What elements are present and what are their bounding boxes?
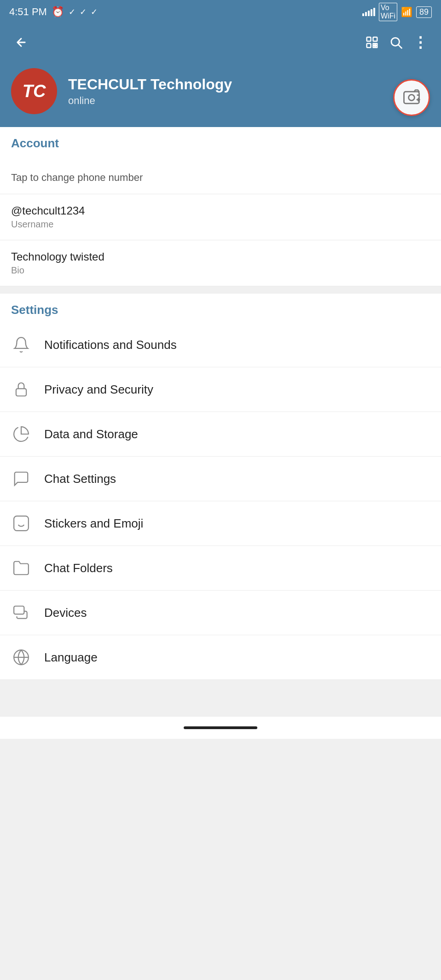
- alarm-icon: ⏰: [52, 6, 64, 18]
- phone-placeholder: Tap to change phone number: [11, 172, 430, 184]
- profile-info: TECHCULT Technology online: [68, 75, 430, 107]
- bio-label: Bio: [11, 265, 430, 276]
- account-section: Account: [0, 127, 441, 162]
- section-divider: [0, 286, 441, 294]
- menu-item-notifications[interactable]: Notifications and Sounds: [0, 323, 441, 367]
- svg-rect-5: [373, 46, 375, 48]
- devices-label: Devices: [44, 606, 87, 620]
- svg-rect-4: [376, 44, 377, 46]
- chat-icon: [11, 469, 31, 489]
- search-button[interactable]: [386, 32, 406, 52]
- username-label: Username: [11, 219, 430, 230]
- svg-point-10: [409, 95, 415, 101]
- time-display: 4:51 PM: [9, 6, 47, 18]
- lock-icon: [11, 379, 31, 400]
- menu-item-folders[interactable]: Chat Folders: [0, 546, 441, 591]
- status-left: 4:51 PM ⏰ ✓ ✓ ✓: [9, 6, 99, 18]
- svg-rect-3: [373, 44, 375, 46]
- menu-item-devices[interactable]: Devices: [0, 591, 441, 635]
- nav-actions: ⋮: [362, 32, 430, 52]
- profile-status: online: [68, 95, 430, 107]
- chat-label: Chat Settings: [44, 472, 116, 486]
- bio-value: Technology twisted: [11, 250, 430, 263]
- bio-item[interactable]: Technology twisted Bio: [0, 240, 441, 286]
- add-photo-button[interactable]: [393, 79, 430, 116]
- svg-rect-16: [14, 606, 24, 614]
- stickers-label: Stickers and Emoji: [44, 516, 143, 531]
- menu-item-stickers[interactable]: Stickers and Emoji: [0, 501, 441, 546]
- battery-display: 89: [416, 6, 432, 18]
- profile-header: TC TECHCULT Technology online: [0, 61, 441, 127]
- signal-icon: [362, 8, 375, 16]
- svg-rect-0: [367, 37, 371, 41]
- svg-rect-1: [373, 37, 377, 41]
- profile-name: TECHCULT Technology: [68, 75, 430, 93]
- settings-section: Settings Notifications and Sounds Privac…: [0, 294, 441, 680]
- username-value: @techcult1234: [11, 204, 430, 217]
- data-label: Data and Storage: [44, 427, 138, 441]
- phone-item[interactable]: Tap to change phone number: [0, 162, 441, 194]
- bottom-bar: [0, 717, 441, 739]
- avatar-initials: TC: [23, 81, 46, 101]
- status-bar: 4:51 PM ⏰ ✓ ✓ ✓ VoWiFi 📶 89: [0, 0, 441, 24]
- username-item[interactable]: @techcult1234 Username: [0, 194, 441, 240]
- vo-wifi-label: VoWiFi: [379, 3, 397, 21]
- menu-item-data[interactable]: Data and Storage: [0, 412, 441, 457]
- settings-title: Settings: [0, 294, 441, 323]
- avatar: TC: [11, 68, 57, 114]
- svg-rect-9: [404, 92, 419, 104]
- devices-icon: [11, 603, 31, 623]
- sticker-icon: [11, 513, 31, 533]
- check-icons: ✓ ✓ ✓: [69, 7, 99, 17]
- status-right: VoWiFi 📶 89: [362, 3, 432, 21]
- svg-rect-6: [376, 46, 377, 48]
- more-button[interactable]: ⋮: [410, 32, 430, 52]
- privacy-label: Privacy and Security: [44, 383, 153, 397]
- menu-item-language[interactable]: Language: [0, 635, 441, 680]
- wifi-icon: 📶: [401, 6, 412, 17]
- svg-rect-14: [16, 389, 26, 396]
- notifications-label: Notifications and Sounds: [44, 338, 177, 352]
- back-button[interactable]: [11, 32, 31, 52]
- svg-rect-15: [14, 516, 29, 531]
- home-indicator: [184, 726, 257, 729]
- svg-rect-2: [367, 44, 371, 48]
- pie-chart-icon: [11, 424, 31, 444]
- account-title: Account: [11, 136, 430, 151]
- svg-line-8: [399, 45, 402, 48]
- globe-icon: [11, 647, 31, 667]
- add-photo-icon: [401, 87, 422, 108]
- spacer: [0, 680, 441, 717]
- top-nav: ⋮: [0, 24, 441, 61]
- language-label: Language: [44, 650, 98, 665]
- folders-label: Chat Folders: [44, 561, 113, 575]
- menu-item-chat[interactable]: Chat Settings: [0, 457, 441, 501]
- folder-icon: [11, 558, 31, 578]
- menu-item-privacy[interactable]: Privacy and Security: [0, 367, 441, 412]
- bell-icon: [11, 335, 31, 355]
- qr-button[interactable]: [362, 32, 382, 52]
